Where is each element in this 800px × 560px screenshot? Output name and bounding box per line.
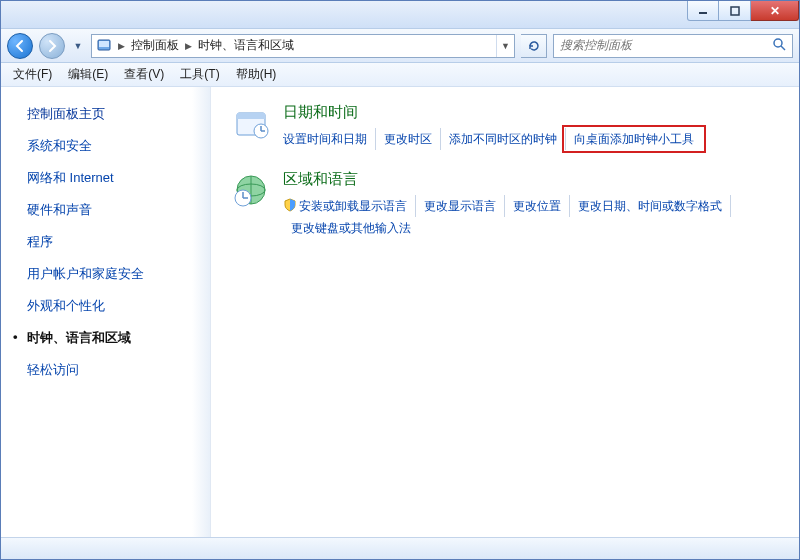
sidebar-heading[interactable]: 控制面板主页 [27, 105, 202, 123]
menu-help[interactable]: 帮助(H) [230, 64, 283, 85]
maximize-button[interactable] [719, 1, 751, 21]
section-links: 安装或卸载显示语言更改显示语言更改位置更改日期、时间或数字格式更改键盘或其他输入… [283, 195, 779, 239]
section-title[interactable]: 日期和时间 [283, 103, 702, 122]
search-placeholder: 搜索控制面板 [560, 37, 632, 54]
menu-file[interactable]: 文件(F) [7, 64, 58, 85]
section-link[interactable]: 更改显示语言 [416, 195, 505, 217]
breadcrumb-level1[interactable]: 控制面板 [127, 35, 183, 57]
address-dropdown[interactable]: ▼ [496, 35, 514, 57]
menu-bar: 文件(F) 编辑(E) 查看(V) 工具(T) 帮助(H) [1, 63, 799, 87]
body: 控制面板主页 系统和安全网络和 Internet硬件和声音程序用户帐户和家庭安全… [1, 87, 799, 537]
svg-rect-1 [731, 7, 739, 15]
minimize-button[interactable] [687, 1, 719, 21]
section-title[interactable]: 区域和语言 [283, 170, 779, 189]
chevron-right-icon[interactable]: ▶ [116, 41, 127, 51]
breadcrumb-level2[interactable]: 时钟、语言和区域 [194, 35, 298, 57]
svg-rect-0 [699, 12, 707, 14]
svg-line-5 [781, 46, 785, 50]
close-button[interactable]: ✕ [751, 1, 799, 21]
menu-edit[interactable]: 编辑(E) [62, 64, 114, 85]
nav-history-dropdown[interactable]: ▼ [71, 33, 85, 59]
section-link[interactable]: 安装或卸载显示语言 [283, 195, 416, 217]
shield-icon [283, 197, 297, 211]
menu-view[interactable]: 查看(V) [118, 64, 170, 85]
svg-point-4 [774, 39, 782, 47]
chevron-right-icon[interactable]: ▶ [183, 41, 194, 51]
sidebar: 控制面板主页 系统和安全网络和 Internet硬件和声音程序用户帐户和家庭安全… [1, 87, 211, 537]
svg-rect-3 [99, 41, 109, 47]
section-link[interactable]: 更改日期、时间或数字格式 [570, 195, 731, 217]
sidebar-item[interactable]: 系统和安全 [27, 137, 202, 155]
section-link[interactable]: 更改时区 [376, 128, 441, 150]
section-link[interactable]: 更改位置 [505, 195, 570, 217]
address-bar[interactable]: ▶ 控制面板 ▶ 时钟、语言和区域 ▼ [91, 34, 515, 58]
section: 区域和语言安装或卸载显示语言更改显示语言更改位置更改日期、时间或数字格式更改键盘… [231, 170, 779, 239]
sidebar-item[interactable]: 程序 [27, 233, 202, 251]
control-panel-icon [92, 35, 116, 57]
menu-tools[interactable]: 工具(T) [174, 64, 225, 85]
section-link[interactable]: 向桌面添加时钟小工具 [566, 128, 702, 150]
sidebar-item[interactable]: 时钟、语言和区域 [27, 329, 202, 347]
sidebar-item[interactable]: 网络和 Internet [27, 169, 202, 187]
region-language-icon [231, 170, 271, 210]
search-icon[interactable] [772, 37, 786, 54]
sidebar-item[interactable]: 用户帐户和家庭安全 [27, 265, 202, 283]
section-link[interactable]: 更改键盘或其他输入法 [283, 217, 419, 239]
sidebar-item[interactable]: 硬件和声音 [27, 201, 202, 219]
status-bar [1, 537, 799, 559]
nav-bar: ▼ ▶ 控制面板 ▶ 时钟、语言和区域 ▼ 搜索控制面板 [1, 29, 799, 63]
nav-back-button[interactable] [7, 33, 33, 59]
search-input[interactable]: 搜索控制面板 [553, 34, 793, 58]
sidebar-item[interactable]: 外观和个性化 [27, 297, 202, 315]
section-link[interactable]: 添加不同时区的时钟 [441, 128, 566, 150]
section-link[interactable]: 设置时间和日期 [283, 128, 376, 150]
date-time-icon [231, 103, 271, 143]
svg-rect-7 [237, 113, 265, 119]
section: 日期和时间设置时间和日期更改时区添加不同时区的时钟向桌面添加时钟小工具 [231, 103, 779, 150]
content-pane: 日期和时间设置时间和日期更改时区添加不同时区的时钟向桌面添加时钟小工具区域和语言… [211, 87, 799, 537]
sidebar-item[interactable]: 轻松访问 [27, 361, 202, 379]
nav-forward-button[interactable] [39, 33, 65, 59]
control-panel-window: ✕ ▼ ▶ 控制面板 ▶ 时钟、语言和区域 ▼ 搜索控制面板 [0, 0, 800, 560]
titlebar: ✕ [1, 1, 799, 29]
section-links: 设置时间和日期更改时区添加不同时区的时钟向桌面添加时钟小工具 [283, 128, 702, 150]
refresh-button[interactable] [521, 34, 547, 58]
